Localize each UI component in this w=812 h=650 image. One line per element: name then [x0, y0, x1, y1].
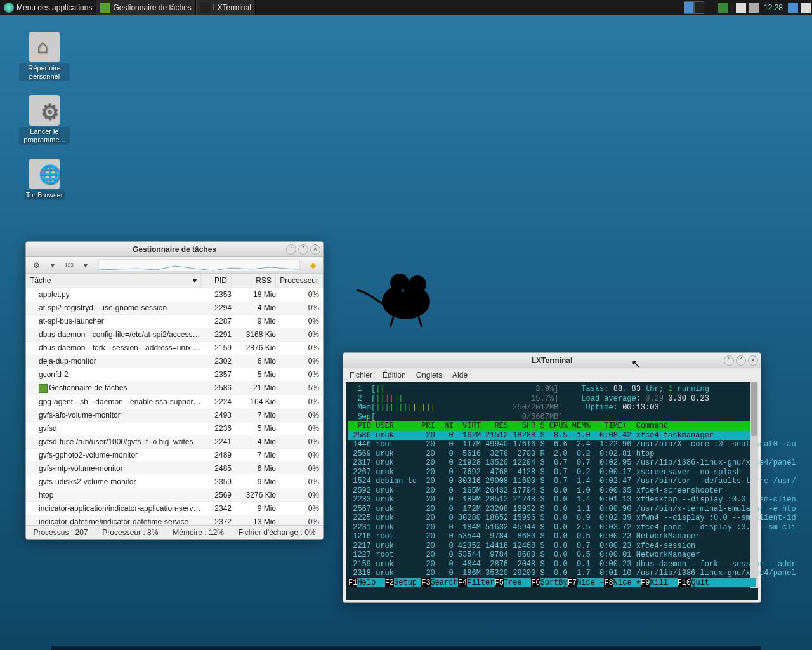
home-icon — [29, 32, 60, 62]
task-manager-window: Gestionnaire de tâches ˅ ˄ × ⚙ ▾ 123 ▾ ◆… — [25, 241, 324, 540]
applications-menu-label: Menu des applications — [16, 3, 92, 12]
scrollbar-thumb[interactable] — [751, 382, 757, 436]
menu-tabs[interactable]: Onglets — [416, 371, 442, 380]
table-row[interactable]: gvfs-gphoto2-volume-monitor 24897 Mio0% — [26, 449, 323, 462]
terminal-menubar: Fichier Édition Onglets Aide — [343, 368, 761, 382]
toolbar-dropdown2-button[interactable]: ▾ — [78, 259, 93, 272]
table-row[interactable]: htop 25693276 Kio0% — [26, 489, 323, 502]
titlebar[interactable]: LXTerminal ˅ ˄ × — [343, 353, 761, 368]
tray-volume-icon[interactable] — [749, 3, 759, 13]
svg-point-3 — [402, 289, 404, 292]
menu-help[interactable]: Aide — [452, 371, 468, 380]
htop-process-list: 2586 uruk 20 0 162M 21512 18288 S 8.5 1.… — [348, 431, 756, 578]
bottom-dock[interactable] — [51, 646, 761, 650]
table-headers: Tâche▾ PID RSS Processeur — [26, 274, 323, 288]
tray-separator-icon — [731, 3, 733, 13]
taskbar-button-terminal[interactable]: LXTerminal — [196, 0, 256, 15]
window-title: LXTerminal — [532, 356, 572, 365]
tor-icon — [29, 159, 60, 189]
table-row[interactable]: gvfs-udisks2-volume-monitor 23599 Mio0% — [26, 475, 323, 489]
table-row[interactable]: dbus-daemon --fork --session --address=u… — [26, 342, 323, 355]
status-memory: Mémoire : 12% — [173, 528, 224, 537]
table-row[interactable]: deja-dup-monitor 23026 Mio0% — [26, 355, 323, 368]
titlebar[interactable]: Gestionnaire de tâches ˅ ˄ × — [26, 242, 323, 257]
applications-menu-button[interactable]: Menu des applications — [0, 0, 96, 15]
column-cpu[interactable]: Processeur — [276, 274, 323, 288]
column-pid[interactable]: PID — [201, 274, 232, 288]
toolbar-settings-button[interactable]: ⚙ — [29, 259, 44, 272]
toolbar-filter-button[interactable]: 123 — [62, 259, 77, 272]
menu-file[interactable]: Fichier — [350, 371, 372, 380]
table-row[interactable]: indicator-application/indicator-applicat… — [26, 502, 323, 515]
table-row[interactable]: gpg-agent --sh --daemon --enable-ssh-sup… — [26, 395, 323, 409]
maximize-button[interactable]: ˄ — [736, 355, 746, 366]
workspace-switcher[interactable] — [684, 1, 704, 14]
gear-icon — [29, 95, 60, 126]
desktop-icon-tor[interactable]: Tor Browser — [19, 159, 70, 200]
minimize-button[interactable]: ˅ — [724, 355, 734, 366]
terminal-content[interactable]: 1 [|| 3.9%] Tasks: 88, 83 thr; 1 running… — [346, 382, 758, 600]
desktop-icon-label: Répertoire personnel — [19, 63, 70, 81]
status-swap: Fichier d'échange : 0% — [239, 528, 316, 537]
svg-point-1 — [390, 274, 409, 293]
table-row[interactable]: at-spi-bus-launcher 22879 Mio0% — [26, 315, 323, 328]
toolbar-star-icon[interactable]: ◆ — [305, 259, 320, 272]
tray-mail-icon[interactable] — [801, 3, 811, 13]
table-row[interactable]: gconfd-2 23575 Mio0% — [26, 368, 323, 381]
task-list[interactable]: applet.py 235318 Mio0%at-spi2-registryd … — [26, 288, 323, 525]
table-row[interactable]: indicator-datetime/indicator-datetime-se… — [26, 515, 323, 525]
desktop-icon-home[interactable]: Répertoire personnel — [19, 32, 70, 81]
column-rss[interactable]: RSS — [232, 274, 276, 288]
status-cpu: Processeur : 8% — [102, 528, 158, 537]
desktop-icon-label: Lancer le programme... — [19, 127, 70, 145]
maximize-button[interactable]: ˄ — [298, 244, 308, 255]
top-panel: Menu des applications Gestionnaire de tâ… — [0, 0, 812, 15]
table-row[interactable]: gvfsd 22365 Mio0% — [26, 422, 323, 435]
htop-footer: F1Help F2Setup F3SearchF4FilterF5Tree F6… — [348, 578, 756, 588]
table-row[interactable]: Gestionnaire de tâches 258621 Mio5% — [26, 381, 323, 395]
table-row[interactable]: gvfs-mtp-volume-monitor 24856 Mio0% — [26, 462, 323, 475]
taskbar-label: LXTerminal — [213, 3, 251, 12]
sort-indicator-icon: ▾ — [193, 276, 197, 285]
wallpaper-logo — [355, 267, 444, 330]
terminal-window: LXTerminal ˅ ˄ × Fichier Édition Onglets… — [343, 352, 761, 603]
close-button[interactable]: × — [748, 355, 758, 366]
panel-clock[interactable]: 12:28 — [760, 3, 787, 12]
table-row[interactable]: applet.py 235318 Mio0% — [26, 288, 323, 302]
htop-columns: PID USER PRI NI VIRT RES SHR S CPU% MEM%… — [348, 421, 756, 431]
taskbar-label: Gestionnaire de tâches — [113, 3, 191, 12]
status-bar: Processus : 207 Processeur : 8% Mémoire … — [26, 525, 323, 539]
toolbar-dropdown-button[interactable]: ▾ — [45, 259, 60, 272]
htop-header: 1 [|| 3.9%] Tasks: 88, 83 thr; 1 running… — [348, 385, 756, 421]
table-row[interactable]: dbus-daemon --config-file=/etc/at-spi2/a… — [26, 328, 323, 342]
minimize-button[interactable]: ˅ — [286, 244, 296, 255]
close-button[interactable]: × — [310, 244, 320, 255]
taskbar-button-taskmanager[interactable]: Gestionnaire de tâches — [96, 0, 195, 15]
xfce-logo-icon — [4, 3, 14, 13]
desktop-icon-label: Tor Browser — [24, 190, 65, 200]
cpu-graph-preview — [98, 259, 300, 272]
desktop-icon-gear[interactable]: Lancer le programme... — [19, 95, 70, 145]
table-row[interactable]: gvfsd-fuse /run/user/1000/gvfs -f -o big… — [26, 435, 323, 449]
tray-display-icon[interactable] — [788, 3, 798, 13]
svg-point-2 — [409, 275, 426, 293]
status-processes: Processus : 207 — [33, 528, 88, 537]
app-icon — [39, 384, 48, 393]
tray-search-icon[interactable] — [736, 3, 746, 13]
window-title: Gestionnaire de tâches — [133, 245, 216, 254]
column-task[interactable]: Tâche▾ — [26, 274, 201, 288]
taskmanager-icon — [100, 3, 110, 13]
menu-edit[interactable]: Édition — [383, 371, 406, 380]
table-row[interactable]: at-spi2-registryd --use-gnome-session 22… — [26, 302, 323, 315]
task-manager-toolbar: ⚙ ▾ 123 ▾ ◆ — [26, 257, 323, 274]
tray-monitor-icon[interactable] — [718, 3, 728, 13]
table-row[interactable]: gvfs-afc-volume-monitor 24937 Mio0% — [26, 409, 323, 422]
terminal-icon — [200, 3, 211, 13]
scrollbar[interactable] — [750, 382, 758, 588]
